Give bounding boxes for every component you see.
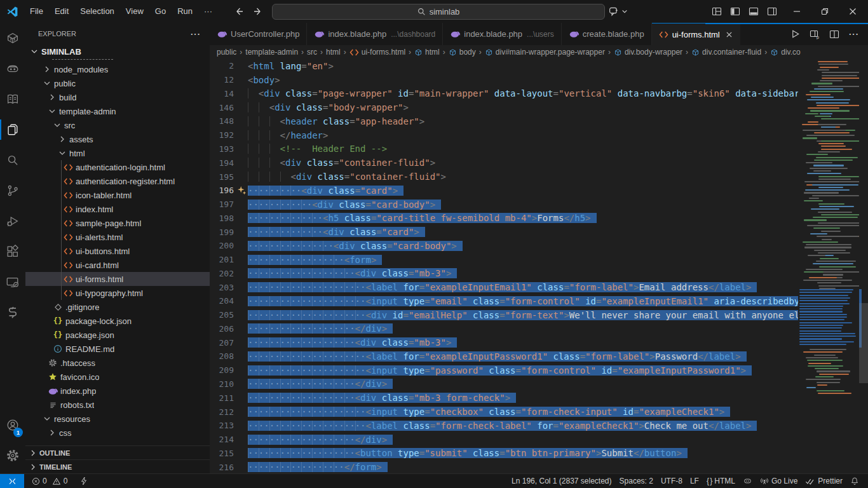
tree-item-favicon-ico[interactable]: favicon.ico — [25, 370, 210, 384]
code-line-197[interactable]: 197············<div class="card-body"> — [210, 198, 798, 212]
remote-indicator[interactable] — [0, 474, 24, 488]
container-extension-icon[interactable] — [0, 23, 25, 53]
book-icon[interactable] — [0, 84, 25, 114]
line-number[interactable]: 211 — [210, 393, 234, 403]
code-line-205[interactable]: 205······················<div id="emailH… — [210, 308, 798, 322]
run-file-icon[interactable] — [790, 29, 800, 39]
minimap[interactable] — [798, 59, 859, 474]
line-number[interactable]: 148 — [210, 116, 234, 126]
code-line-199[interactable]: 199··············<div class="card"> — [210, 225, 798, 239]
code-line-195[interactable]: 195 <div class="container-fluid"> — [210, 170, 798, 184]
breadcrumb-item-html[interactable]: html — [414, 48, 440, 57]
code-line-192[interactable]: 192 </header> — [210, 128, 798, 142]
tab-index-blade-php[interactable]: index.blade.php...\dashboard — [307, 23, 443, 45]
toggle-primary-sidebar-icon[interactable] — [730, 6, 740, 17]
tab-create-blade-php[interactable]: create.blade.php — [562, 23, 652, 45]
cursor-position[interactable]: Ln 196, Col 1 (2837 selected) — [508, 474, 615, 488]
breadcrumb-item-ui-forms-html[interactable]: ui-forms.html — [349, 48, 405, 57]
copilot-status-icon[interactable] — [739, 474, 756, 488]
tree-item-public[interactable]: public — [25, 76, 210, 90]
tree-item-package-json[interactable]: {}package.json — [25, 328, 210, 342]
go-live-button[interactable]: Go Live — [756, 474, 801, 488]
line-number[interactable]: 12 — [210, 75, 234, 85]
line-number[interactable]: 203 — [210, 283, 234, 292]
code-line-208[interactable]: 208······················<label for="exa… — [210, 349, 798, 363]
line-number[interactable]: 198 — [210, 214, 234, 223]
breadcrumb-item-body[interactable]: body — [449, 48, 476, 57]
code-line-202[interactable]: 202····················<div class="mb-3"… — [210, 266, 798, 280]
code-line-206[interactable]: 206····················</div> — [210, 322, 798, 336]
line-number[interactable]: 146 — [210, 103, 234, 112]
code-line-200[interactable]: 200················<div class="card-body… — [210, 239, 798, 253]
code-line-207[interactable]: 207····················<div class="mb-3"… — [210, 336, 798, 349]
forward-arrow-icon[interactable] — [253, 6, 263, 17]
tree-item-build[interactable]: build — [25, 90, 210, 104]
tree-item-template-admin[interactable]: template-admin — [25, 104, 210, 118]
tab-ui-forms-html[interactable]: ui-forms.html — [652, 23, 740, 45]
line-number[interactable]: 196 — [210, 186, 234, 195]
line-number[interactable]: 195 — [210, 172, 234, 182]
tree-item--htaccess[interactable]: .htaccess — [25, 356, 210, 370]
run-debug-icon[interactable] — [0, 206, 25, 236]
line-number[interactable]: 216 — [210, 463, 234, 472]
tree-item-ui-typography-html[interactable]: ui-typography.html — [25, 286, 210, 300]
code-line-194[interactable]: 194 <div class="container-fluid"> — [210, 156, 798, 170]
line-number[interactable]: 214 — [210, 435, 234, 444]
breadcrumb-item-public[interactable]: public — [217, 48, 236, 57]
source-control-icon[interactable] — [0, 175, 25, 206]
tree-item-robots-txt[interactable]: robots.txt — [25, 398, 210, 412]
tree-item-index-html[interactable]: index.html — [25, 202, 210, 216]
breadcrumb-item-html[interactable]: html — [326, 48, 341, 57]
menu-edit[interactable]: Edit — [49, 1, 74, 22]
indentation-status[interactable]: Spaces: 2 — [616, 474, 657, 488]
code-line-148[interactable]: 148 <header class="app-header"> — [210, 114, 798, 128]
code-line-146[interactable]: 146 <div class="body-wrapper"> — [210, 100, 798, 114]
code-line-216[interactable]: 216··················</form> — [210, 460, 798, 474]
toggle-panel-icon[interactable] — [749, 6, 759, 17]
tree-item-sample-page-html[interactable]: sample-page.html — [25, 216, 210, 230]
line-number[interactable]: 213 — [210, 421, 234, 430]
tab-usercontroller-php[interactable]: UserController.php — [210, 23, 307, 45]
tree-item-resources[interactable]: resources — [25, 412, 210, 426]
tab-index-blade-php[interactable]: index.blade.php...\users — [443, 23, 562, 45]
outline-panel-header[interactable]: OUTLINE — [25, 445, 210, 460]
tree-item-ui-alerts-html[interactable]: ui-alerts.html — [25, 230, 210, 244]
encoding-status[interactable]: UTF-8 — [657, 474, 686, 488]
s-extension-icon[interactable] — [0, 297, 25, 328]
accounts-icon[interactable]: 1 — [0, 409, 25, 441]
language-mode[interactable]: { } HTML — [703, 474, 739, 488]
copilot-menu[interactable] — [608, 0, 628, 23]
notifications-bell-icon[interactable] — [846, 474, 863, 488]
breadcrumb-item-div-main-wrapper-page-wrapper[interactable]: div#main-wrapper.page-wrapper — [485, 48, 605, 57]
menu-run[interactable]: Run — [172, 1, 198, 22]
menu-[interactable]: ··· — [198, 1, 218, 22]
code-line-198[interactable]: 198··············<h5 class="card-title f… — [210, 211, 798, 225]
line-number[interactable]: 199 — [210, 227, 234, 237]
tree-item-html[interactable]: html — [25, 146, 210, 160]
breadcrumb-item-div-body-wrapper[interactable]: div.body-wrapper — [614, 48, 682, 57]
tree-item--gitignore[interactable]: .gitignore — [25, 300, 210, 314]
line-number[interactable]: 215 — [210, 449, 234, 458]
tree-item-src[interactable]: src — [25, 118, 210, 132]
explorer-icon[interactable] — [0, 114, 25, 145]
line-number[interactable]: 208 — [210, 351, 234, 361]
search-sidebar-icon[interactable] — [0, 145, 25, 175]
open-preview-icon[interactable]: p — [810, 29, 820, 39]
tree-item-ui-card-html[interactable]: ui-card.html — [25, 258, 210, 272]
line-number[interactable]: 194 — [210, 158, 234, 168]
breadcrumb-item-div-co[interactable]: div.co — [770, 48, 800, 57]
code-line-209[interactable]: 209······················<input type="pa… — [210, 363, 798, 377]
customize-layout-icon[interactable] — [712, 6, 722, 17]
code-line-196[interactable]: 196··········<div class="card"> — [210, 184, 798, 198]
code-line-2[interactable]: 2<html lang="en"> — [210, 59, 798, 73]
code-line-215[interactable]: 215····················<button type="sub… — [210, 446, 798, 460]
tree-item-authentication-login-html[interactable]: authentication-login.html — [25, 160, 210, 174]
close-window-button[interactable] — [839, 0, 867, 23]
toggle-secondary-sidebar-icon[interactable] — [767, 6, 777, 17]
code-editor[interactable]: 2<html lang="en">12<body>14 <div class="… — [210, 59, 798, 474]
code-line-201[interactable]: 201··················<form> — [210, 253, 798, 267]
editor-scrollbar[interactable] — [859, 59, 868, 474]
code-line-211[interactable]: 211····················<div class="mb-3 … — [210, 391, 798, 405]
line-number[interactable]: 2 — [210, 61, 234, 71]
remote-explorer-icon[interactable] — [0, 267, 25, 297]
